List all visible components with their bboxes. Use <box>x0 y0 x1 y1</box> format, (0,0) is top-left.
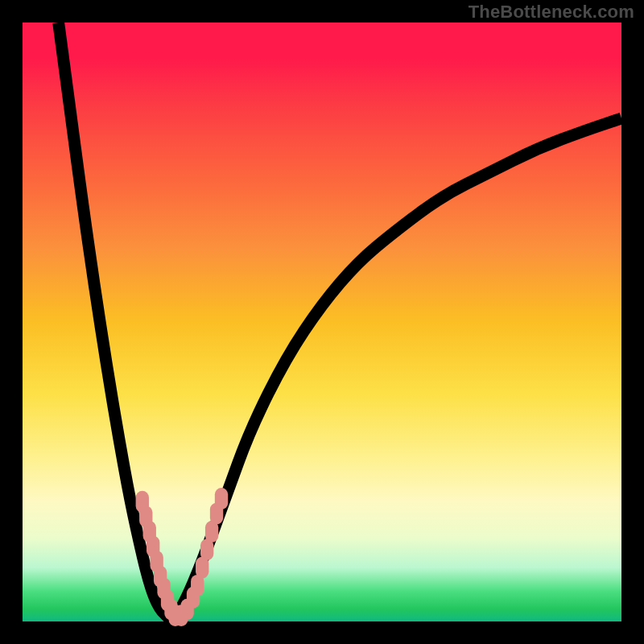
curve-right-branch <box>172 118 621 621</box>
chart-svg <box>23 23 621 621</box>
data-markers <box>136 488 229 626</box>
watermark-text: TheBottleneck.com <box>469 2 634 23</box>
data-marker <box>215 488 228 510</box>
chart-frame: TheBottleneck.com <box>0 0 644 644</box>
plot-area <box>23 23 621 621</box>
